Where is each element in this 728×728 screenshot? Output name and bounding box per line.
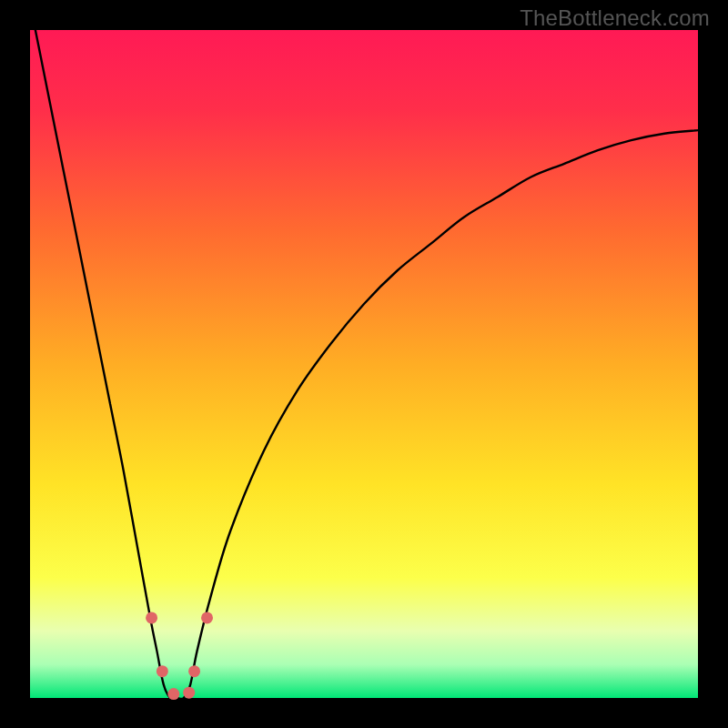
curve-marker: [157, 665, 168, 677]
bottleneck-curve: [30, 30, 698, 698]
curve-marker: [201, 612, 213, 623]
curve-marker: [167, 688, 179, 700]
watermark-text: TheBottleneck.com: [520, 5, 710, 31]
curve-path: [30, 4, 698, 699]
chart-frame: TheBottleneck.com: [0, 0, 728, 728]
curve-marker: [146, 612, 157, 623]
curve-marker: [188, 665, 200, 677]
curve-marker: [183, 687, 195, 699]
